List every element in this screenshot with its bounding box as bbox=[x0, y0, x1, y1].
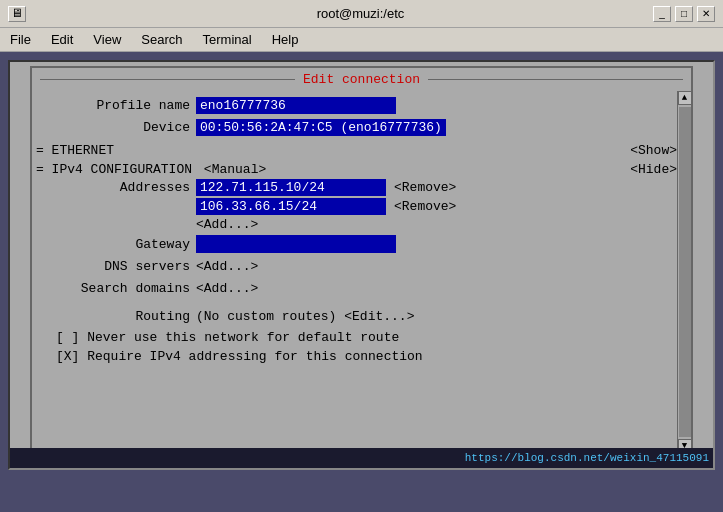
add-address-row: <Add...> bbox=[36, 217, 677, 232]
address1-remove[interactable]: <Remove> bbox=[394, 180, 456, 195]
scrollbar[interactable]: ▲ ▼ bbox=[677, 91, 691, 453]
address2-remove[interactable]: <Remove> bbox=[394, 199, 456, 214]
address2-input[interactable]: 106.33.66.15/24 bbox=[196, 198, 386, 215]
profile-name-input[interactable]: eno16777736 bbox=[196, 97, 396, 114]
ethernet-section: = ETHERNET <Show> bbox=[36, 143, 677, 158]
routing-label: Routing bbox=[36, 309, 196, 324]
dialog-title: Edit connection bbox=[295, 72, 428, 87]
menu-terminal[interactable]: Terminal bbox=[197, 30, 258, 49]
gateway-input[interactable] bbox=[196, 235, 396, 253]
require-ipv4-row: [X] Require IPv4 addressing for this con… bbox=[36, 349, 677, 364]
never-default-row: [ ] Never use this network for default r… bbox=[36, 330, 677, 345]
profile-name-label: Profile name bbox=[36, 98, 196, 113]
dns-label: DNS servers bbox=[36, 259, 196, 274]
menu-help[interactable]: Help bbox=[266, 30, 305, 49]
ethernet-label: = ETHERNET bbox=[36, 143, 114, 158]
status-bar: https://blog.csdn.net/weixin_47115091 bbox=[10, 448, 713, 468]
menu-search[interactable]: Search bbox=[135, 30, 188, 49]
ipv4-label: = IPv4 CONFIGURATION <Manual> bbox=[36, 162, 266, 177]
search-domains-row: Search domains <Add...> bbox=[36, 278, 677, 298]
scroll-up[interactable]: ▲ bbox=[678, 91, 692, 105]
window-title: root@muzi:/etc bbox=[68, 6, 653, 21]
window-icon: 🖥 bbox=[8, 6, 26, 22]
edit-connection-dialog: Edit connection Profile name eno16777736… bbox=[30, 66, 693, 464]
search-domains-add[interactable]: <Add...> bbox=[196, 281, 258, 296]
close-button[interactable]: ✕ bbox=[697, 6, 715, 22]
require-ipv4-checkbox[interactable]: [X] Require IPv4 addressing for this con… bbox=[56, 349, 423, 364]
dialog-title-bar: Edit connection bbox=[32, 68, 691, 91]
address-row-1: Addresses 122.71.115.10/24 <Remove> bbox=[36, 179, 677, 196]
menu-file[interactable]: File bbox=[4, 30, 37, 49]
ipv4-hide[interactable]: <Hide> bbox=[630, 162, 677, 177]
title-line-left bbox=[40, 79, 295, 80]
address1-input[interactable]: 122.71.115.10/24 bbox=[196, 179, 386, 196]
window-controls: _ □ ✕ bbox=[653, 6, 715, 22]
add-address-button[interactable]: <Add...> bbox=[196, 217, 258, 232]
routing-value[interactable]: (No custom routes) <Edit...> bbox=[196, 309, 414, 324]
terminal-window: Edit connection Profile name eno16777736… bbox=[8, 60, 715, 470]
routing-row: Routing (No custom routes) <Edit...> bbox=[36, 306, 677, 326]
menu-edit[interactable]: Edit bbox=[45, 30, 79, 49]
ethernet-show[interactable]: <Show> bbox=[630, 143, 677, 158]
ipv4-section: = IPv4 CONFIGURATION <Manual> <Hide> bbox=[36, 162, 677, 177]
ipv4-mode[interactable]: <Manual> bbox=[204, 162, 266, 177]
minimize-button[interactable]: _ bbox=[653, 6, 671, 22]
gateway-row: Gateway bbox=[36, 234, 677, 254]
maximize-button[interactable]: □ bbox=[675, 6, 693, 22]
scroll-track[interactable] bbox=[679, 107, 691, 437]
profile-name-row: Profile name eno16777736 bbox=[36, 95, 677, 115]
gateway-label: Gateway bbox=[36, 237, 196, 252]
addresses-label: Addresses bbox=[36, 180, 196, 195]
search-domains-label: Search domains bbox=[36, 281, 196, 296]
title-line-right bbox=[428, 79, 683, 80]
device-label: Device bbox=[36, 120, 196, 135]
menu-bar: File Edit View Search Terminal Help bbox=[0, 28, 723, 52]
device-row: Device 00:50:56:2A:47:C5 (eno16777736) bbox=[36, 117, 677, 137]
dns-row: DNS servers <Add...> bbox=[36, 256, 677, 276]
never-default-checkbox[interactable]: [ ] Never use this network for default r… bbox=[56, 330, 399, 345]
status-url: https://blog.csdn.net/weixin_47115091 bbox=[465, 452, 709, 464]
menu-view[interactable]: View bbox=[87, 30, 127, 49]
dns-add[interactable]: <Add...> bbox=[196, 259, 258, 274]
device-input[interactable]: 00:50:56:2A:47:C5 (eno16777736) bbox=[196, 119, 446, 136]
title-bar: 🖥 root@muzi:/etc _ □ ✕ bbox=[0, 0, 723, 28]
address-row-2: 106.33.66.15/24 <Remove> bbox=[36, 198, 677, 215]
